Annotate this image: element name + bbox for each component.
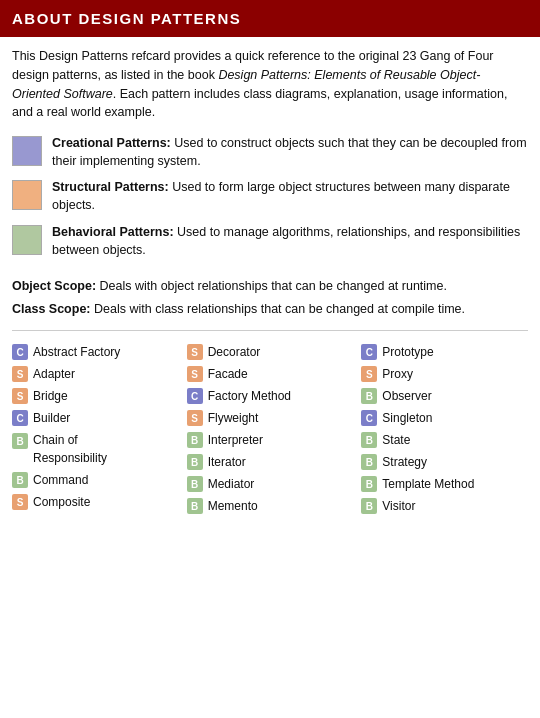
legend-creational: Creational Patterns: Used to construct o…: [12, 134, 528, 170]
badge-C-factory-method: C: [187, 388, 203, 404]
badge-C-singleton: C: [361, 410, 377, 426]
pattern-iterator[interactable]: B Iterator: [183, 451, 358, 473]
structural-bold: Structural Patterns:: [52, 180, 169, 194]
class-scope-label: Class Scope:: [12, 302, 91, 316]
pattern-mediator[interactable]: B Mediator: [183, 473, 358, 495]
pattern-name-strategy: Strategy: [382, 453, 427, 471]
header-title: ABOUT DESIGN PATTERNS: [12, 10, 241, 27]
pattern-state[interactable]: B State: [357, 429, 532, 451]
divider: [12, 330, 528, 331]
pattern-name-template-method: Template Method: [382, 475, 474, 493]
badge-S-proxy: S: [361, 366, 377, 382]
pattern-name-command: Command: [33, 471, 88, 489]
pattern-visitor[interactable]: B Visitor: [357, 495, 532, 517]
pattern-name-factory-method: Factory Method: [208, 387, 291, 405]
pattern-name-observer: Observer: [382, 387, 431, 405]
structural-text: Structural Patterns: Used to form large …: [52, 178, 528, 214]
badge-B-mediator: B: [187, 476, 203, 492]
badge-B-iterator: B: [187, 454, 203, 470]
pattern-name-memento: Memento: [208, 497, 258, 515]
badge-B-interpreter: B: [187, 432, 203, 448]
badge-S-bridge: S: [12, 388, 28, 404]
creational-bold: Creational Patterns:: [52, 136, 171, 150]
badge-B-observer: B: [361, 388, 377, 404]
pattern-name-singleton: Singleton: [382, 409, 432, 427]
badge-S-flyweight: S: [187, 410, 203, 426]
pattern-name-facade: Facade: [208, 365, 248, 383]
structural-color-box: [12, 180, 42, 210]
scope-section: Object Scope: Deals with object relation…: [0, 273, 540, 327]
pattern-flyweight[interactable]: S Flyweight: [183, 407, 358, 429]
pattern-name-iterator: Iterator: [208, 453, 246, 471]
pattern-factory-method[interactable]: C Factory Method: [183, 385, 358, 407]
pattern-name-composite: Composite: [33, 493, 90, 511]
pattern-name-adapter: Adapter: [33, 365, 75, 383]
badge-S-decorator: S: [187, 344, 203, 360]
pattern-composite[interactable]: S Composite: [8, 491, 183, 513]
pattern-strategy[interactable]: B Strategy: [357, 451, 532, 473]
badge-C-builder: C: [12, 410, 28, 426]
pattern-name-flyweight: Flyweight: [208, 409, 259, 427]
behavioral-text: Behavioral Patterns: Used to manage algo…: [52, 223, 528, 259]
behavioral-bold: Behavioral Patterns:: [52, 225, 174, 239]
badge-C-prototype: C: [361, 344, 377, 360]
object-scope-text: Deals with object relationships that can…: [100, 279, 447, 293]
badge-C-abstract-factory: C: [12, 344, 28, 360]
pattern-bridge[interactable]: S Bridge: [8, 385, 183, 407]
legend-behavioral: Behavioral Patterns: Used to manage algo…: [12, 223, 528, 259]
pattern-name-visitor: Visitor: [382, 497, 415, 515]
badge-B-template-method: B: [361, 476, 377, 492]
legend-section: Creational Patterns: Used to construct o…: [0, 128, 540, 273]
behavioral-color-box: [12, 225, 42, 255]
pattern-name-builder: Builder: [33, 409, 70, 427]
pattern-adapter[interactable]: S Adapter: [8, 363, 183, 385]
page-header: ABOUT DESIGN PATTERNS: [0, 0, 540, 37]
pattern-template-method[interactable]: B Template Method: [357, 473, 532, 495]
pattern-chain[interactable]: B Chain ofResponsibility: [8, 429, 183, 469]
pattern-facade[interactable]: S Facade: [183, 363, 358, 385]
pattern-name-bridge: Bridge: [33, 387, 68, 405]
pattern-name-interpreter: Interpreter: [208, 431, 263, 449]
badge-B-chain: B: [12, 433, 28, 449]
pattern-singleton[interactable]: C Singleton: [357, 407, 532, 429]
pattern-memento[interactable]: B Memento: [183, 495, 358, 517]
intro-section: This Design Patterns refcard provides a …: [0, 37, 540, 128]
badge-B-memento: B: [187, 498, 203, 514]
badge-S-adapter: S: [12, 366, 28, 382]
pattern-command[interactable]: B Command: [8, 469, 183, 491]
creational-color-box: [12, 136, 42, 166]
badge-B-state: B: [361, 432, 377, 448]
pattern-name-decorator: Decorator: [208, 343, 261, 361]
pattern-name-abstract-factory: Abstract Factory: [33, 343, 120, 361]
pattern-abstract-factory[interactable]: C Abstract Factory: [8, 341, 183, 363]
pattern-name-chain: Chain ofResponsibility: [33, 431, 107, 467]
badge-B-visitor: B: [361, 498, 377, 514]
pattern-name-state: State: [382, 431, 410, 449]
pattern-name-prototype: Prototype: [382, 343, 433, 361]
object-scope-label: Object Scope:: [12, 279, 96, 293]
creational-text: Creational Patterns: Used to construct o…: [52, 134, 528, 170]
patterns-col3: C Prototype S Proxy B Observer C Singlet…: [357, 341, 532, 517]
badge-B-command: B: [12, 472, 28, 488]
legend-structural: Structural Patterns: Used to form large …: [12, 178, 528, 214]
badge-S-composite: S: [12, 494, 28, 510]
object-scope: Object Scope: Deals with object relation…: [12, 277, 528, 296]
pattern-name-proxy: Proxy: [382, 365, 413, 383]
patterns-col1: C Abstract Factory S Adapter S Bridge C …: [8, 341, 183, 517]
badge-S-facade: S: [187, 366, 203, 382]
pattern-interpreter[interactable]: B Interpreter: [183, 429, 358, 451]
pattern-builder[interactable]: C Builder: [8, 407, 183, 429]
class-scope: Class Scope: Deals with class relationsh…: [12, 300, 528, 319]
class-scope-text: Deals with class relationships that can …: [94, 302, 465, 316]
pattern-decorator[interactable]: S Decorator: [183, 341, 358, 363]
pattern-prototype[interactable]: C Prototype: [357, 341, 532, 363]
badge-B-strategy: B: [361, 454, 377, 470]
pattern-proxy[interactable]: S Proxy: [357, 363, 532, 385]
pattern-name-mediator: Mediator: [208, 475, 255, 493]
patterns-col2: S Decorator S Facade C Factory Method S …: [183, 341, 358, 517]
pattern-observer[interactable]: B Observer: [357, 385, 532, 407]
patterns-grid: C Abstract Factory S Adapter S Bridge C …: [0, 335, 540, 523]
